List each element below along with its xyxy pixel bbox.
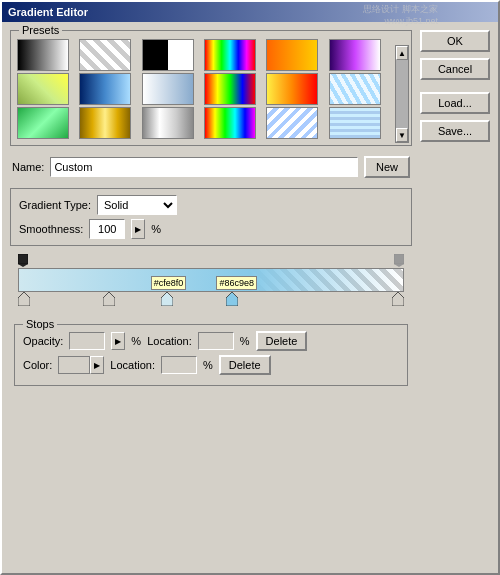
preset-lines[interactable] [329, 107, 381, 139]
preset-rainbow[interactable] [204, 39, 256, 71]
svg-rect-7 [105, 298, 113, 304]
presets-title: Presets [19, 24, 62, 36]
smoothness-stepper[interactable]: ▶ [131, 219, 145, 239]
swatch-arrow[interactable]: ▶ [90, 356, 104, 374]
opacity-stepper[interactable]: ▶ [111, 332, 125, 350]
preset-silver[interactable] [142, 107, 194, 139]
svg-marker-3 [394, 264, 404, 267]
svg-rect-13 [394, 298, 402, 304]
opacity-percent: % [131, 335, 141, 347]
location-label-2: Location: [110, 359, 155, 371]
preset-checker[interactable] [79, 39, 131, 71]
smoothness-input[interactable] [89, 219, 125, 239]
opacity-input[interactable] [69, 332, 105, 350]
svg-rect-9 [163, 298, 171, 304]
preset-green-yellow[interactable] [17, 73, 69, 105]
scroll-up-button[interactable]: ▲ [396, 46, 408, 60]
presets-scrollbar: ▲ ▼ [395, 45, 409, 143]
ok-button[interactable]: OK [420, 30, 490, 52]
gradient-settings: Gradient Type: Solid Noise Smoothness: ▶… [10, 188, 412, 246]
smoothness-row: Smoothness: ▶ % [19, 219, 403, 239]
color-swatch[interactable] [58, 356, 90, 374]
save-button[interactable]: Save... [420, 120, 490, 142]
name-input[interactable] [50, 157, 358, 177]
load-button[interactable]: Load... [420, 92, 490, 114]
preset-diag[interactable] [266, 107, 318, 139]
name-row: Name: New [10, 152, 412, 182]
opacity-stop-right[interactable] [394, 254, 404, 269]
preset-orange[interactable] [266, 39, 318, 71]
presets-grid [17, 39, 389, 139]
name-label: Name: [12, 161, 44, 173]
smoothness-label: Smoothness: [19, 223, 83, 235]
color-row: Color: ▶ Location: % Delete [23, 355, 399, 375]
gradient-type-select[interactable]: Solid Noise [97, 195, 177, 215]
right-panel: OK Cancel Load... Save... [420, 30, 490, 565]
svg-rect-5 [20, 298, 28, 304]
scroll-track [396, 60, 408, 128]
window-title: Gradient Editor [8, 6, 88, 18]
gradient-editor-window: Gradient Editor 思络设计 脚本之家 www.jb51.net P… [0, 0, 500, 575]
gradient-type-label: Gradient Type: [19, 199, 91, 211]
opacity-stop-left[interactable] [18, 254, 28, 269]
presets-group: Presets [10, 30, 412, 146]
preset-black-white[interactable] [17, 39, 69, 71]
new-button[interactable]: New [364, 156, 410, 178]
preset-green[interactable] [17, 107, 69, 139]
opacity-stops-row [18, 254, 404, 268]
cancel-button[interactable]: Cancel [420, 58, 490, 80]
color-stop-3[interactable]: #86c9e8 [226, 292, 238, 308]
color-stops-area: #cfe8f0 #86c9e8 [18, 292, 404, 320]
scroll-down-button[interactable]: ▼ [396, 128, 408, 142]
preset-half[interactable] [142, 39, 194, 71]
delete-color-button[interactable]: Delete [219, 355, 271, 375]
preset-fire[interactable] [266, 73, 318, 105]
stops-group: Stops Opacity: ▶ % Location: % Delete [14, 324, 408, 386]
left-panel: Presets [10, 30, 412, 565]
color-stop-2[interactable]: #cfe8f0 [161, 292, 173, 308]
watermark: 思络设计 脚本之家 www.jb51.net [363, 4, 438, 27]
opacity-label: Opacity: [23, 335, 63, 347]
location-percent-1: % [240, 335, 250, 347]
delete-opacity-button[interactable]: Delete [256, 331, 308, 351]
preset-stripe[interactable] [329, 73, 381, 105]
color-stop-end[interactable] [392, 292, 404, 308]
color-stop-0[interactable] [18, 292, 30, 308]
gradient-bar[interactable] [18, 268, 404, 292]
stops-label: Stops [23, 318, 57, 330]
tooltip-1: #cfe8f0 [151, 276, 187, 290]
preset-full-rainbow[interactable] [204, 107, 256, 139]
preset-white-blue[interactable] [142, 73, 194, 105]
gradient-type-row: Gradient Type: Solid Noise [19, 195, 403, 215]
preset-multi[interactable] [204, 73, 256, 105]
svg-marker-1 [18, 264, 28, 267]
tooltip-2: #86c9e8 [216, 276, 257, 290]
color-label: Color: [23, 359, 52, 371]
preset-violet[interactable] [329, 39, 381, 71]
smoothness-percent: % [151, 223, 161, 235]
svg-rect-2 [394, 254, 404, 264]
gradient-bar-section: #cfe8f0 #86c9e8 [10, 252, 412, 388]
location-input-1[interactable] [198, 332, 234, 350]
preset-blue[interactable] [79, 73, 131, 105]
preset-gold[interactable] [79, 107, 131, 139]
location-percent-2: % [203, 359, 213, 371]
svg-rect-0 [18, 254, 28, 264]
location-input-2[interactable] [161, 356, 197, 374]
color-stop-1[interactable] [103, 292, 115, 308]
location-label-1: Location: [147, 335, 192, 347]
opacity-row: Opacity: ▶ % Location: % Delete [23, 331, 399, 351]
svg-rect-11 [228, 298, 236, 304]
